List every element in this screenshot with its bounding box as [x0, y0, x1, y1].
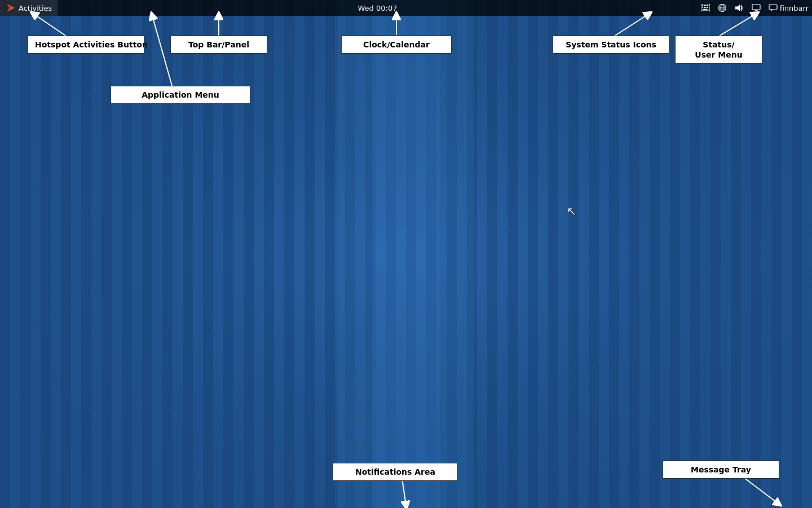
svg-rect-4 — [41, 0, 51, 508]
svg-rect-38 — [731, 0, 741, 508]
volume-icon — [735, 3, 744, 12]
svg-rect-17 — [304, 0, 315, 508]
svg-rect-6 — [81, 0, 91, 508]
svg-rect-30 — [568, 0, 579, 508]
svg-rect-28 — [528, 0, 538, 508]
svg-rect-13 — [223, 0, 233, 508]
svg-rect-5 — [61, 0, 71, 508]
svg-rect-3 — [20, 0, 30, 508]
desktop — [0, 0, 812, 508]
status-user-menu-annotation: Status/ User Menu — [675, 36, 762, 64]
keyboard-icon — [701, 3, 710, 12]
svg-rect-43 — [372, 0, 440, 508]
svg-rect-8 — [122, 0, 132, 508]
svg-rect-39 — [751, 0, 761, 508]
svg-rect-52 — [707, 7, 708, 8]
svg-rect-7 — [102, 0, 112, 508]
svg-rect-27 — [508, 0, 518, 508]
notifications-area-annotation: Notifications Area — [333, 463, 458, 481]
svg-rect-41 — [792, 0, 802, 508]
svg-rect-35 — [670, 0, 680, 508]
network-icon — [718, 3, 727, 12]
svg-rect-50 — [704, 7, 705, 8]
activities-button[interactable]: Activities — [0, 0, 58, 16]
svg-rect-40 — [771, 0, 782, 508]
svg-rect-18 — [325, 0, 335, 508]
svg-rect-11 — [183, 0, 193, 508]
svg-rect-12 — [203, 0, 213, 508]
svg-rect-16 — [284, 0, 294, 508]
network-indicator[interactable] — [714, 0, 730, 16]
svg-rect-60 — [752, 5, 760, 10]
chat-icon — [769, 3, 778, 12]
user-menu[interactable]: finnbarr — [765, 0, 812, 16]
clock-display: Wed 00:07 — [358, 4, 398, 12]
display-indicator[interactable] — [748, 0, 764, 16]
username-label: finnbarr — [780, 4, 809, 12]
top-bar-panel-annotation: Top Bar/Panel — [170, 36, 267, 54]
application-menu-annotation: Application Menu — [111, 86, 250, 104]
top-panel: Activities Wed 00:07 — [0, 0, 812, 16]
svg-rect-51 — [705, 7, 707, 8]
activities-icon — [6, 3, 16, 13]
svg-rect-10 — [162, 0, 173, 508]
system-status-icons-annotation: System Status Icons — [553, 36, 669, 54]
svg-rect-9 — [142, 0, 152, 508]
svg-rect-36 — [690, 0, 700, 508]
svg-rect-29 — [548, 0, 558, 508]
svg-rect-26 — [487, 0, 497, 508]
svg-rect-31 — [589, 0, 599, 508]
svg-rect-53 — [703, 9, 707, 10]
svg-rect-34 — [650, 0, 660, 508]
message-tray-annotation: Message Tray — [663, 461, 779, 479]
svg-rect-37 — [710, 0, 721, 508]
keyboard-indicator[interactable] — [698, 0, 713, 16]
svg-rect-47 — [705, 5, 707, 6]
display-icon — [752, 3, 761, 12]
svg-rect-33 — [629, 0, 639, 508]
panel-right-area: finnbarr — [698, 0, 812, 16]
svg-rect-49 — [702, 7, 703, 8]
clock-calendar-annotation: Clock/Calendar — [341, 36, 452, 54]
svg-marker-59 — [735, 5, 740, 11]
svg-rect-45 — [702, 5, 703, 6]
svg-rect-46 — [704, 5, 705, 6]
svg-rect-2 — [0, 0, 10, 508]
svg-rect-63 — [769, 5, 777, 10]
volume-indicator[interactable] — [731, 0, 747, 16]
panel-clock-area[interactable]: Wed 00:07 — [58, 4, 697, 12]
svg-rect-32 — [609, 0, 619, 508]
activities-label: Activities — [19, 4, 52, 12]
svg-rect-48 — [707, 5, 708, 6]
svg-rect-14 — [244, 0, 254, 508]
hotspot-activities-annotation: Hotspot Activities Button — [28, 36, 144, 54]
svg-rect-15 — [264, 0, 274, 508]
